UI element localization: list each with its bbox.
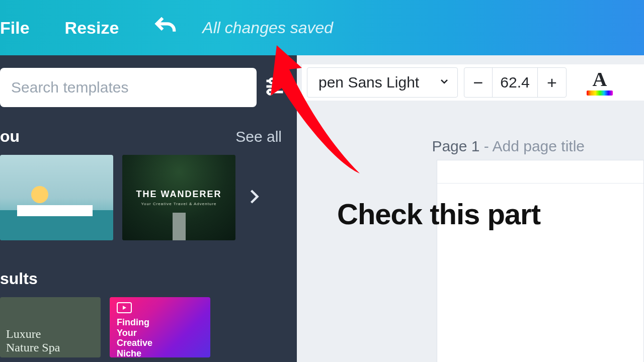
- text-color-icon: A: [593, 69, 607, 89]
- top-menu-bar: File Resize All changes saved: [0, 0, 644, 55]
- sliders-icon: [264, 75, 286, 98]
- template-text: Creative: [117, 338, 203, 348]
- template-text: Niche: [117, 348, 203, 357]
- filter-button[interactable]: [264, 75, 286, 100]
- template-text: Luxure: [6, 327, 95, 341]
- chevron-down-icon: [438, 74, 450, 91]
- search-input[interactable]: [0, 68, 257, 107]
- save-status: All changes saved: [202, 19, 333, 37]
- font-size-increase-button[interactable]: +: [538, 68, 566, 97]
- page-number-label: Page 1: [432, 138, 479, 154]
- svg-point-1: [270, 79, 274, 83]
- template-thumbnail[interactable]: Luxure Nature Spa: [0, 297, 101, 357]
- font-family-select[interactable]: pen Sans Light: [307, 67, 458, 98]
- templates-sidebar: ou See all THE WANDERER Your Creative Tr…: [0, 55, 297, 362]
- template-text: Finding: [117, 317, 203, 328]
- chevron-right-icon: [245, 188, 263, 206]
- font-name-label: pen Sans Light: [318, 74, 419, 91]
- template-title: THE WANDERER: [136, 189, 221, 200]
- editor-toolbar: pen Sans Light − 62.4 + A: [302, 64, 644, 101]
- template-thumbnail[interactable]: [0, 155, 113, 240]
- template-text: Nature Spa: [6, 341, 95, 354]
- undo-button[interactable]: [154, 16, 177, 39]
- template-thumbnail[interactable]: THE WANDERER Your Creative Travel & Adve…: [122, 155, 235, 240]
- results-heading: sults: [0, 240, 297, 297]
- play-icon: [117, 302, 132, 313]
- see-all-link[interactable]: See all: [235, 128, 282, 145]
- font-size-stepper: − 62.4 +: [464, 67, 567, 98]
- svg-point-3: [275, 84, 280, 89]
- file-menu[interactable]: File: [0, 18, 30, 38]
- svg-point-5: [268, 90, 272, 95]
- undo-icon: [154, 16, 177, 39]
- annotation-text: Check this part: [337, 197, 540, 231]
- canvas-page[interactable]: [437, 160, 644, 362]
- color-spectrum-bar: [587, 90, 613, 96]
- text-color-button[interactable]: A: [587, 69, 613, 96]
- template-thumbnail[interactable]: Finding Your Creative Niche: [110, 297, 210, 357]
- font-size-value[interactable]: 62.4: [493, 68, 538, 97]
- recommended-heading: ou: [0, 127, 20, 146]
- carousel-next-button[interactable]: [245, 188, 263, 208]
- page-title-field[interactable]: Page 1 - Add page title: [432, 138, 585, 155]
- resize-menu[interactable]: Resize: [65, 18, 119, 38]
- font-size-decrease-button[interactable]: −: [464, 68, 493, 97]
- template-subtitle: Your Creative Travel & Adventure: [141, 202, 217, 206]
- template-text: Your: [117, 328, 203, 338]
